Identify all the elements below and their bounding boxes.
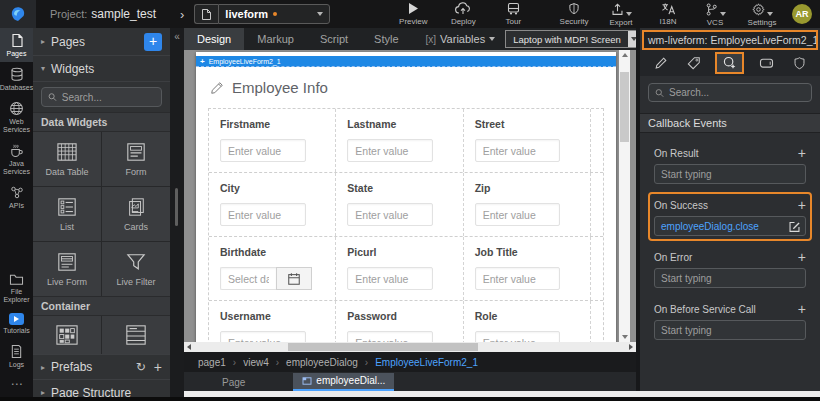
form-field-jobtitle[interactable]: Job Title	[464, 237, 591, 300]
scrollbar-thumb[interactable]	[288, 343, 478, 351]
breadcrumb-item[interactable]: employeeDialog	[286, 357, 358, 368]
event-input[interactable]	[654, 268, 806, 288]
selected-widget-bar[interactable]: + EmployeeLiveForm2_1	[196, 56, 616, 67]
rail-item-apis[interactable]: APIs	[0, 180, 33, 214]
field-input[interactable]	[220, 139, 306, 162]
form-field-city[interactable]: City	[209, 173, 336, 236]
tab-employee-dialog[interactable]: employeeDial...	[293, 373, 394, 391]
tab-styles[interactable]	[682, 54, 706, 72]
field-input[interactable]	[475, 267, 561, 290]
field-input[interactable]	[347, 267, 433, 290]
event-value[interactable]: employeeDialog.close	[661, 221, 759, 232]
rail-item-pages[interactable]: Pages	[0, 28, 33, 62]
collapse-panel-icon[interactable]: «	[170, 31, 184, 42]
page-doc-button[interactable]	[194, 4, 218, 24]
form-field-username[interactable]: Username	[209, 301, 336, 344]
device-selector[interactable]: Laptop with MDPI Screen	[505, 30, 642, 48]
tab-security[interactable]	[788, 54, 811, 72]
breadcrumb-item[interactable]: page1	[198, 357, 226, 368]
tab-events[interactable]	[715, 52, 744, 74]
widget-live-filter[interactable]: Live Filter	[102, 242, 170, 296]
tour-button[interactable]: Tour	[496, 2, 530, 26]
rail-item-databases[interactable]: Databases	[0, 62, 33, 96]
deploy-button[interactable]: Deploy	[446, 2, 480, 26]
prefabs-section-header[interactable]: ▸ Prefabs ↻ +	[33, 354, 170, 380]
calendar-button[interactable]	[276, 267, 312, 290]
add-action-icon[interactable]: +	[798, 199, 806, 211]
form-title[interactable]: Employee Info	[210, 79, 616, 96]
field-input[interactable]	[475, 203, 561, 226]
breadcrumb-item-active[interactable]: EmployeeLiveForm2_1	[375, 357, 478, 368]
scroll-right-icon[interactable]	[626, 342, 636, 352]
property-search[interactable]	[648, 83, 812, 102]
widget-list[interactable]: List	[33, 187, 101, 241]
settings-button[interactable]: Settings	[745, 2, 779, 27]
form-field-zip[interactable]: Zip	[464, 173, 591, 236]
widget-form[interactable]: Form	[102, 132, 170, 186]
rail-item-tutorials[interactable]: Tutorials	[0, 308, 33, 339]
refresh-icon[interactable]: ↻	[136, 360, 146, 374]
property-search-input[interactable]	[669, 87, 805, 98]
tab-markup-pencil[interactable]	[649, 54, 673, 72]
add-action-icon[interactable]: +	[798, 147, 806, 159]
canvas-horizontal-scrollbar[interactable]	[184, 342, 636, 352]
form-field-street[interactable]: Street	[464, 109, 591, 172]
tab-device[interactable]	[754, 55, 779, 71]
preview-button[interactable]: Preview	[396, 2, 430, 26]
tab-script[interactable]: Script	[307, 28, 361, 50]
page-selector[interactable]: liveform	[218, 4, 330, 24]
tab-style[interactable]: Style	[361, 28, 411, 50]
breadcrumb-item[interactable]: view4	[243, 357, 269, 368]
scroll-down-icon[interactable]	[619, 332, 630, 342]
widget-cards[interactable]: Cards	[102, 187, 170, 241]
event-input[interactable]	[654, 320, 806, 340]
brand-logo[interactable]	[0, 0, 36, 28]
widgets-section-header[interactable]: ▾ Widgets	[33, 56, 170, 82]
add-action-icon[interactable]: +	[798, 251, 806, 263]
widget-search-input[interactable]	[62, 92, 155, 103]
rail-item-java-services[interactable]: Java Services	[0, 138, 33, 180]
field-input[interactable]	[347, 203, 433, 226]
i18n-button[interactable]: I18N	[651, 2, 685, 26]
field-input[interactable]	[475, 139, 561, 162]
widget-accordion[interactable]	[102, 316, 170, 354]
widget-data-table[interactable]: Data Table	[33, 132, 101, 186]
tab-markup[interactable]: Markup	[244, 28, 307, 50]
export-button[interactable]: Export	[604, 2, 638, 27]
add-page-button[interactable]: +	[144, 33, 162, 51]
rail-item-file-explorer[interactable]: File Explorer	[0, 268, 33, 308]
rail-item-web-services[interactable]: Web Services	[0, 96, 33, 138]
scroll-up-icon[interactable]	[619, 50, 630, 60]
event-value-box[interactable]: employeeDialog.close	[654, 216, 806, 236]
rail-item-logs[interactable]: Logs	[0, 339, 33, 373]
divider-handle-icon[interactable]	[175, 188, 178, 226]
widget-grid-layout[interactable]	[33, 316, 101, 354]
tab-design[interactable]: Design	[184, 28, 244, 50]
user-avatar[interactable]: AR	[792, 4, 812, 24]
form-field-firstname[interactable]: Firstname	[209, 109, 336, 172]
more-icon[interactable]: ⋯	[0, 373, 33, 397]
form-field-role[interactable]: Role	[464, 301, 591, 344]
pages-section-header[interactable]: ▸ Pages +	[33, 28, 170, 56]
canvas-vertical-scrollbar[interactable]	[619, 50, 630, 342]
event-input[interactable]	[654, 164, 806, 184]
field-input[interactable]	[347, 139, 433, 162]
add-prefab-icon[interactable]: +	[154, 359, 162, 375]
date-input[interactable]	[220, 267, 276, 290]
vcs-button[interactable]: VCS	[698, 2, 732, 27]
add-action-icon[interactable]: +	[798, 303, 806, 315]
security-button[interactable]: Security	[557, 2, 591, 26]
edit-action-button[interactable]	[786, 219, 802, 234]
form-field-password[interactable]: Password	[336, 301, 463, 344]
canvas-page[interactable]: + EmployeeLiveForm2_1 Employee Info Firs…	[196, 52, 616, 344]
scroll-left-icon[interactable]	[184, 342, 194, 352]
form-field-state[interactable]: State	[336, 173, 463, 236]
page-structure-section-header[interactable]: ▸ Page Structure	[33, 380, 170, 397]
field-input[interactable]	[220, 203, 306, 226]
tab-page[interactable]: Page	[208, 374, 259, 391]
form-field-picurl[interactable]: Picurl	[336, 237, 463, 300]
variables-button[interactable]: [x] Variables	[426, 33, 496, 45]
widget-live-form[interactable]: Live Form	[33, 242, 101, 296]
form-field-birthdate[interactable]: Birthdate	[209, 237, 336, 300]
panel-divider[interactable]: «	[170, 28, 184, 397]
